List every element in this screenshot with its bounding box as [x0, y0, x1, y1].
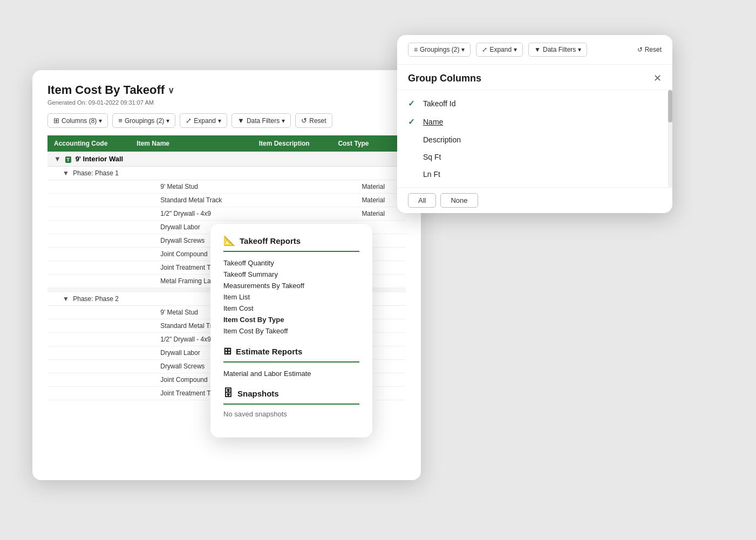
panel-expand-button[interactable]: ⤢ Expand ▾ — [476, 43, 523, 57]
col-header-accounting-code: Accounting Code — [47, 135, 130, 152]
reset-button[interactable]: ↺ Reset — [295, 113, 332, 128]
filter-icon: ▼ — [534, 46, 541, 53]
data-filters-button[interactable]: ▼ Data Filters ▾ — [231, 113, 291, 128]
check-icon: ✓ — [408, 99, 418, 108]
toolbar: ⊞ Columns (8) ▾ ≡ Groupings (2) ▾ ⤢ Expa… — [47, 113, 406, 128]
acc-code — [47, 234, 130, 248]
expand-icon: ⤢ — [482, 46, 487, 53]
all-button[interactable]: All — [408, 193, 436, 208]
list-item[interactable]: ✓ Name — [397, 113, 672, 131]
takeoff-divider — [223, 251, 359, 252]
acc-code — [47, 248, 130, 261]
group-row: ▼ T 9' Interior Wall — [47, 152, 406, 167]
panel-reset-button[interactable]: ↺ Reset — [637, 46, 662, 53]
list-item[interactable]: Description — [397, 131, 672, 148]
acc-code — [47, 221, 130, 234]
link-item-cost-by-type[interactable]: Item Cost By Type — [223, 314, 359, 325]
item-name: 9' Metal Stud — [130, 180, 252, 194]
col-header-item-name: Item Name — [130, 135, 252, 152]
acc-code — [47, 346, 130, 359]
group-columns-title: Group Columns — [408, 73, 481, 84]
acc-code — [47, 332, 130, 346]
reports-panel: 📐 Takeoff Reports Takeoff Quantity Takeo… — [210, 224, 372, 438]
generated-on: Generated On: 09-01-2022 09:31:07 AM — [47, 99, 406, 106]
acc-code — [47, 180, 130, 194]
filter-icon: ▼ — [237, 117, 244, 125]
columns-icon: ⊞ — [53, 117, 59, 125]
table-row: 1/2" Drywall - 4x9 Material — [47, 207, 406, 221]
acc-code — [47, 386, 130, 400]
phase-name: Phase: Phase 2 — [73, 295, 119, 303]
link-takeoff-quantity[interactable]: Takeoff Quantity — [223, 257, 359, 269]
list-item[interactable]: Ln Ft — [397, 166, 672, 183]
group-columns-list-wrapper: ✓ Takeoff Id ✓ Name Description Sq Ft Ln… — [397, 90, 672, 187]
col-label: Ln Ft — [423, 170, 440, 179]
panel-toolbar: ≡ Groupings (2) ▾ ⤢ Expand ▾ ▼ Data Filt… — [397, 35, 672, 65]
expand-icon: ⤢ — [186, 117, 192, 125]
estimate-icon: ⊞ — [223, 345, 231, 357]
col-header-item-description: Item Description — [253, 135, 332, 152]
panel-filters-button[interactable]: ▼ Data Filters ▾ — [528, 43, 587, 57]
list-item[interactable]: Sq Ft — [397, 148, 672, 166]
acc-code — [47, 319, 130, 332]
item-desc — [253, 180, 332, 194]
link-material-labor-estimate[interactable]: Material and Labor Estimate — [223, 368, 359, 379]
estimate-reports-title: ⊞ Estimate Reports — [223, 345, 359, 357]
phase-arrow[interactable]: ▼ — [63, 169, 69, 177]
group-columns-header: Group Columns ✕ — [397, 65, 672, 90]
scrollbar-track — [668, 90, 672, 187]
col-label: Sq Ft — [423, 153, 441, 161]
none-button[interactable]: None — [440, 193, 478, 208]
cost-type: Material — [331, 207, 406, 221]
acc-code — [47, 275, 130, 288]
title-chevron[interactable]: ∨ — [168, 85, 174, 95]
item-desc — [253, 207, 332, 221]
groupings-icon: ≡ — [414, 46, 418, 53]
table-row: Standard Metal Track Material — [47, 194, 406, 207]
cost-type: Material — [331, 180, 406, 194]
check-icon: ✓ — [408, 117, 418, 127]
list-item[interactable]: ✓ Takeoff Id — [397, 94, 672, 113]
groupings-icon: ≡ — [118, 117, 122, 125]
col-label: Description — [423, 135, 461, 144]
link-item-cost[interactable]: Item Cost — [223, 303, 359, 314]
snapshots-icon: 🗄 — [223, 388, 233, 399]
group-columns-list: ✓ Takeoff Id ✓ Name Description Sq Ft Ln… — [397, 90, 672, 187]
acc-code — [47, 207, 130, 221]
acc-code — [47, 359, 130, 373]
report-title: Item Cost By Takeoff ∨ — [47, 83, 406, 97]
link-item-list[interactable]: Item List — [223, 291, 359, 303]
col-label: Takeoff Id — [423, 99, 455, 108]
item-name: Standard Metal Track — [130, 194, 252, 207]
item-name: 1/2" Drywall - 4x9 — [130, 207, 252, 221]
groupings-button[interactable]: ≡ Groupings (2) ▾ — [112, 113, 175, 128]
panel-groupings-button[interactable]: ≡ Groupings (2) ▾ — [408, 43, 471, 57]
takeoff-icon: 📐 — [223, 235, 235, 247]
acc-code — [47, 261, 130, 275]
snapshots-title: 🗄 Snapshots — [223, 388, 359, 399]
link-measurements-by-takeoff[interactable]: Measurements By Takeoff — [223, 280, 359, 291]
link-takeoff-summary[interactable]: Takeoff Summary — [223, 269, 359, 280]
snapshots-section: 🗄 Snapshots No saved snapshots — [223, 388, 359, 418]
takeoff-reports-title: 📐 Takeoff Reports — [223, 235, 359, 247]
columns-button[interactable]: ⊞ Columns (8) ▾ — [47, 113, 108, 128]
snapshots-divider — [223, 404, 359, 405]
link-item-cost-by-takeoff[interactable]: Item Cost By Takeoff — [223, 325, 359, 337]
cost-type: Material — [331, 194, 406, 207]
reset-icon: ↺ — [301, 117, 307, 125]
item-desc — [253, 194, 332, 207]
phase-row: ▼ Phase: Phase 1 — [47, 167, 406, 180]
phase-name: Phase: Phase 1 — [73, 169, 119, 177]
group-columns-panel: ≡ Groupings (2) ▾ ⤢ Expand ▾ ▼ Data Filt… — [397, 35, 672, 213]
reset-icon: ↺ — [637, 46, 643, 53]
expand-button[interactable]: ⤢ Expand ▾ — [180, 113, 227, 128]
phase-arrow[interactable]: ▼ — [63, 295, 69, 303]
group-name: 9' Interior Wall — [76, 155, 124, 163]
close-button[interactable]: ✕ — [653, 72, 662, 84]
takeoff-reports-section: 📐 Takeoff Reports Takeoff Quantity Takeo… — [223, 235, 359, 337]
takeoff-badge: T — [65, 156, 72, 163]
group-arrow[interactable]: ▼ — [54, 155, 61, 163]
table-row: 9' Metal Stud Material — [47, 180, 406, 194]
no-snapshots-text: No saved snapshots — [223, 410, 287, 418]
scrollbar-thumb[interactable] — [668, 90, 672, 122]
